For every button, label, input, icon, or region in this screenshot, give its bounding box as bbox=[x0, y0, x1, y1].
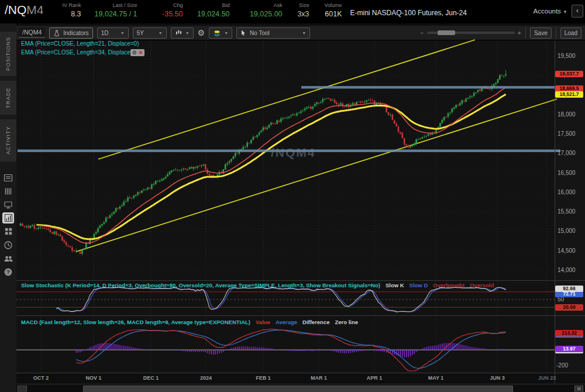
price-tick-label: 16,000 bbox=[558, 189, 576, 195]
study-label-ema34[interactable]: EMA (Price=CLOSE, Length=34, Displace⚙✕ bbox=[21, 49, 144, 56]
macd-value-bubble: 13.97 bbox=[555, 346, 583, 352]
stochastic-mid-label: 50 bbox=[558, 296, 564, 302]
time-axis-label: MAY 1 bbox=[428, 375, 444, 381]
stochastic-legend-item-slow-k: Slow K bbox=[386, 282, 404, 288]
time-axis-label: 2024 bbox=[200, 375, 212, 381]
macd-legend-item-zero-line: Zero line bbox=[335, 319, 359, 325]
price-tick-label: 18,000 bbox=[558, 111, 576, 118]
study-remove-icon[interactable]: ✕ bbox=[139, 50, 143, 56]
macd-value-bubble: 213.32 bbox=[555, 330, 583, 336]
macd-legend-item-value: Value bbox=[256, 319, 270, 325]
price-tick-label: 15,000 bbox=[558, 228, 576, 234]
last-price-bubble: 19,037.7 bbox=[555, 71, 583, 77]
trading-platform-window: /NQM4 IV Rank 8.3 Last / Size 19,024.75 … bbox=[0, 0, 585, 392]
time-axis-label: APR 1 bbox=[367, 375, 383, 381]
price-tick-label: 17,000 bbox=[558, 150, 576, 156]
study-gear-icon[interactable]: ⚙ bbox=[132, 50, 137, 56]
macd-header-row: MACD (Fast length=12, Slow length=26, MA… bbox=[21, 319, 358, 325]
stochastic-header[interactable]: Slow Stochastic (K Period=14, D Period=3… bbox=[21, 282, 380, 288]
study-label-ema21[interactable]: EMA (Price=CLOSE, Length=21, Displace=0) bbox=[21, 40, 139, 47]
time-axis-label: JUN 23 bbox=[538, 375, 556, 381]
macd-tick-label: -200 bbox=[556, 362, 568, 369]
macd-legend-item-average: Average bbox=[276, 319, 297, 325]
price-tick-label: 17,500 bbox=[558, 130, 576, 137]
time-axis-label: MAR 1 bbox=[311, 375, 327, 381]
chart-canvas[interactable] bbox=[0, 0, 585, 392]
stochastic-value-bubble: 20.00 bbox=[555, 304, 583, 311]
price-tick-label: 14,500 bbox=[558, 247, 576, 254]
stochastic-legend-item-slow-d: Slow D bbox=[410, 282, 428, 288]
macd-legend: ValueAverageDifferenceZero line bbox=[256, 319, 358, 325]
stochastic-legend-item-oversold: Oversold bbox=[470, 282, 494, 288]
time-axis-label: OCT 2 bbox=[33, 375, 49, 381]
time-axis-label: NOV 1 bbox=[85, 375, 101, 381]
stochastic-value-bubble: 92.66 bbox=[555, 286, 583, 292]
macd-header[interactable]: MACD (Fast length=12, Slow length=26, MA… bbox=[21, 319, 250, 325]
price-tick-label: 19,500 bbox=[558, 53, 576, 59]
time-axis-label: JUN 3 bbox=[490, 375, 505, 381]
stochastic-legend: Slow KSlow DOverboughtOversold bbox=[386, 282, 494, 288]
macd-legend-item-difference: Difference bbox=[302, 319, 329, 325]
stochastic-header-row: Slow Stochastic (K Period=14, D Period=3… bbox=[21, 282, 494, 288]
stochastic-legend-item-overbought: Overbought bbox=[433, 282, 464, 288]
ema34-value-bubble: 18,521.7 bbox=[555, 91, 583, 98]
price-tick-label: 15,500 bbox=[558, 208, 576, 215]
chart-watermark: /NQM4 bbox=[271, 146, 316, 160]
time-axis-label: FEB 1 bbox=[256, 375, 271, 381]
study-controls: ⚙✕ bbox=[130, 49, 145, 56]
price-tick-label: 14,000 bbox=[558, 267, 576, 273]
price-tick-label: 16,500 bbox=[558, 170, 576, 176]
time-axis-label: DEC 1 bbox=[143, 375, 159, 381]
